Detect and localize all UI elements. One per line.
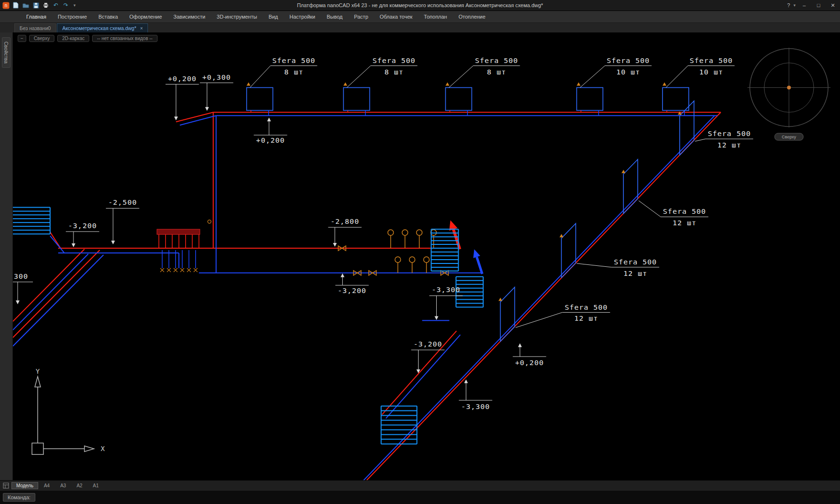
svg-text:8 шт: 8 шт	[384, 68, 403, 76]
elevation-mark: +0,300	[200, 73, 233, 111]
svg-text:10 шт: 10 шт	[699, 68, 723, 76]
left-panel-strip: Свойства	[0, 32, 13, 480]
ucs-x-label: X	[101, 445, 105, 452]
quick-access-toolbar: n ↶ ↷ ▾	[0, 2, 77, 9]
ribbon-tab-nastroyki[interactable]: Настройки	[284, 12, 321, 21]
title-bar: n ↶ ↷ ▾ Платформа nanoCAD x64 23 - не дл…	[0, 0, 840, 11]
drawing-viewport[interactable]: − Сверху 2D-каркас -- нет связанных видо…	[13, 32, 840, 480]
ribbon-tab-otoplenie[interactable]: Отопление	[453, 12, 491, 21]
ribbon-tab-topoplan[interactable]: Топоплан	[419, 12, 452, 21]
view-direction-button[interactable]: Сверху	[29, 35, 54, 42]
ribbon-tab-vstavka[interactable]: Вставка	[93, 12, 123, 21]
radiator-label: Sfera 500 12 шт	[577, 258, 659, 278]
svg-text:+0,300: +0,300	[202, 73, 231, 82]
toolbar-options-caret-icon[interactable]: ▾	[72, 3, 77, 8]
doc-tab-label: Аксонометрическая схема.dwg*	[62, 25, 136, 31]
viewport-collapse-button[interactable]: −	[18, 35, 26, 42]
new-document-icon[interactable]	[12, 2, 20, 9]
ribbon-tab-zavisimosti[interactable]: Зависимости	[168, 12, 210, 21]
svg-text:Sfera 500: Sfera 500	[607, 56, 650, 65]
riser-fitting-icon	[208, 220, 211, 223]
layout-tab-a1[interactable]: А1	[88, 482, 104, 489]
ribbon-tab-rastr[interactable]: Растр	[349, 12, 374, 21]
svg-text:n: n	[4, 3, 7, 8]
doc-tab-axonometric-scheme[interactable]: Аксонометрическая схема.dwg* ×	[57, 23, 148, 32]
doc-tab-close-icon[interactable]: ×	[140, 26, 143, 31]
maximize-button[interactable]: □	[811, 0, 826, 10]
ribbon-tab-postroenie[interactable]: Построение	[52, 12, 92, 21]
layout-tab-a4[interactable]: А4	[39, 482, 54, 489]
radiator-label: Sfera 500 12 шт	[695, 129, 753, 149]
svg-text:8 шт: 8 шт	[284, 68, 304, 76]
svg-text:+0,200: +0,200	[168, 74, 197, 83]
radiator-label: Sfera 500 12 шт	[515, 303, 610, 328]
svg-text:-3,300: -3,300	[431, 285, 460, 294]
help-caret-icon[interactable]: ▾	[792, 3, 797, 8]
layout-tab-a2[interactable]: А2	[72, 482, 87, 489]
doc-tab-untitled[interactable]: Без названи0	[14, 23, 56, 32]
air-vent-icons-right	[498, 111, 682, 301]
redo-icon[interactable]: ↷	[62, 2, 70, 9]
nanocad-logo-icon[interactable]: n	[2, 2, 10, 9]
window-title: Платформа nanoCAD x64 23 - не для коммер…	[0, 2, 840, 8]
open-file-icon[interactable]	[22, 2, 30, 9]
ribbon-tab-3d-instrumenty[interactable]: 3D-инструменты	[211, 12, 262, 21]
svg-text:+0,200: +0,200	[515, 358, 544, 367]
minimize-button[interactable]: –	[797, 0, 811, 10]
properties-panel-tab[interactable]: Свойства	[2, 37, 10, 68]
finned-radiator-left	[13, 207, 50, 234]
ribbon-tab-oformlenie[interactable]: Оформление	[124, 12, 167, 21]
undo-icon[interactable]: ↶	[52, 2, 60, 9]
elevation-mark: -3,300	[459, 379, 492, 411]
drawing-canvas[interactable]: Sfera 500 8 шт Sfera 500 8 шт Sf	[13, 32, 840, 480]
visual-style-button[interactable]: 2D-каркас	[57, 35, 89, 42]
svg-text:12 шт: 12 шт	[623, 269, 647, 278]
radiator-labels-top: Sfera 500 8 шт Sfera 500 8 шт Sf	[250, 56, 735, 88]
elevation-mark: -3,300	[429, 285, 462, 320]
svg-text:300: 300	[14, 272, 28, 281]
view-compass[interactable]: Сверху	[747, 48, 830, 140]
linked-views-button[interactable]: -- нет связанных видов --	[92, 35, 157, 42]
command-prompt-label: Команда:	[3, 493, 35, 502]
layout-tab-bar: Модель А4 А3 А2 А1	[0, 480, 840, 490]
svg-text:12 шт: 12 шт	[574, 314, 598, 323]
svg-text:Sfera 500: Sfera 500	[690, 56, 733, 65]
command-input[interactable]	[39, 494, 840, 501]
save-icon[interactable]	[32, 2, 40, 9]
ribbon-tab-vyvod[interactable]: Вывод	[321, 12, 347, 21]
elevation-mark: -3,200	[411, 340, 445, 373]
compass-center-dot	[787, 86, 791, 90]
radiator-connectors-top	[251, 110, 684, 116]
layout-tab-model[interactable]: Модель	[11, 482, 38, 489]
help-button[interactable]: ?	[785, 2, 792, 8]
ribbon-tab-bar: Главная Построение Вставка Оформление За…	[0, 11, 840, 23]
svg-text:12 шт: 12 шт	[672, 219, 696, 227]
ribbon-tab-vid[interactable]: Вид	[263, 12, 284, 21]
svg-text:Sfera 500: Sfera 500	[273, 56, 315, 65]
print-icon[interactable]	[42, 2, 50, 9]
application-window: n ↶ ↷ ▾ Платформа nanoCAD x64 23 - не дл…	[0, 0, 840, 504]
radiator-label: Sfera 500 8 шт	[347, 56, 418, 88]
ribbon-tab-glavnaya[interactable]: Главная	[21, 12, 52, 21]
elevation-mark: +0,200	[254, 117, 287, 145]
window-controls: ? ▾ – □ ✕	[785, 0, 840, 10]
radiator-label: Sfera 500 12 шт	[639, 200, 708, 227]
svg-text:-3,200: -3,200	[413, 340, 442, 348]
command-line-bar: Команда:	[0, 490, 840, 504]
radiator-labels-right: Sfera 500 12 шт Sfera 500 12 шт	[515, 129, 753, 327]
elevation-mark: +0,200	[166, 74, 199, 121]
elevation-mark: -3,200	[66, 221, 99, 247]
ucs-icon: Y X	[32, 368, 105, 454]
return-pipes	[13, 116, 717, 480]
svg-text:-3,300: -3,300	[461, 402, 490, 411]
ribbon-tab-oblaka-tochek[interactable]: Облака точек	[375, 12, 418, 21]
close-button[interactable]: ✕	[826, 0, 840, 10]
elevation-marks: +0,200 +0,300 +0,200	[13, 73, 546, 411]
svg-text:Sfera 500: Sfera 500	[708, 129, 751, 138]
svg-text:8 шт: 8 шт	[487, 68, 506, 76]
svg-text:-3,200: -3,200	[68, 221, 97, 230]
sheet-list-icon[interactable]	[2, 482, 10, 489]
compass-view-label: Сверху	[782, 135, 797, 139]
radiator-label: Sfera 500 8 шт	[250, 56, 317, 88]
layout-tab-a3[interactable]: А3	[55, 482, 71, 489]
